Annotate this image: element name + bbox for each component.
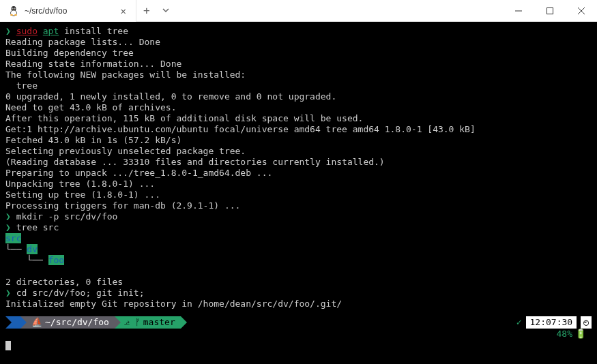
terminal-line: 0 upgraded, 1 newly installed, 0 to remo… [5, 91, 592, 102]
check-icon: ✓ [516, 317, 522, 328]
svg-point-7 [14, 14, 17, 16]
maximize-button[interactable] [534, 0, 566, 22]
terminal-line [5, 266, 592, 277]
terminal-line: ❯ sudo apt install tree [5, 26, 592, 37]
terminal-line: └── foo [5, 255, 592, 266]
svg-point-6 [10, 14, 13, 16]
status-path: ~/src/dv/foo [45, 317, 109, 328]
terminal-line: Get:1 http://archive.ubuntu.com/ubuntu f… [5, 124, 592, 135]
terminal-line: tree [5, 80, 592, 91]
terminal-line: Building dependency tree [5, 48, 592, 59]
terminal-tab[interactable]: ~/src/dv/foo ✕ [0, 0, 136, 22]
prompt-line [5, 339, 592, 350]
status-clock: 12:07:30 [526, 316, 577, 329]
terminal-line: src [5, 233, 592, 244]
terminal-line: Reading package lists... Done [5, 37, 592, 48]
terminal-line: Preparing to unpack .../tree_1.8.0-1_amd… [5, 168, 592, 179]
terminal-line: Setting up tree (1.8.0-1) ... [5, 189, 592, 200]
status-seg-path: ⛵ ~/src/dv/foo [20, 316, 115, 329]
battery-percent: 48% [557, 329, 572, 339]
window-controls [503, 0, 597, 22]
new-tab-button[interactable]: + [136, 4, 157, 17]
powerline-status: ⛵ ~/src/dv/foo ⎇ ᚠ master ✓ 12:07:30 ◴ [5, 316, 592, 329]
terminal-line: Fetched 43.0 kB in 1s (57.2 kB/s) [5, 135, 592, 146]
terminal-line: The following NEW packages will be insta… [5, 70, 592, 80]
close-tab-button[interactable]: ✕ [119, 5, 128, 16]
title-bar: ~/src/dv/foo ✕ + [0, 0, 597, 22]
terminal-line: Processing triggers for man-db (2.9.1-1)… [5, 200, 592, 211]
status-seg-branch: ⎇ ᚠ master [115, 316, 181, 329]
terminal-content[interactable]: ❯ sudo apt install treeReading package l… [0, 22, 597, 364]
svg-point-4 [12, 8, 13, 9]
tux-icon [8, 5, 19, 16]
terminal-line: (Reading database ... 33310 files and di… [5, 157, 592, 168]
terminal-line: After this operation, 115 kB of addition… [5, 113, 592, 124]
terminal-line: Initialized empty Git repository in /hom… [5, 299, 592, 309]
status-branch: master [143, 317, 175, 328]
status-seg-end-arrow [181, 316, 187, 329]
svg-point-5 [14, 8, 15, 9]
terminal-line: Reading state information... Done [5, 59, 592, 70]
svg-rect-9 [547, 7, 553, 14]
status-seg-shell [5, 316, 20, 329]
terminal-line: ❯ tree src [5, 222, 592, 233]
terminal-line: ❯ mkdir -p src/dv/foo [5, 211, 592, 222]
terminal-line: ❯ cd src/dv/foo; git init; [5, 288, 592, 299]
close-window-button[interactable] [566, 0, 597, 22]
terminal-line: └── dv [5, 244, 592, 255]
terminal-line: Selecting previously unselected package … [5, 146, 592, 157]
terminal-line: 2 directories, 0 files [5, 277, 592, 288]
tab-dropdown-button[interactable] [157, 6, 175, 16]
battery-status: 48% 🔋 [5, 329, 592, 339]
terminal-line: Need to get 43.0 kB of archives. [5, 102, 592, 113]
cursor [5, 341, 11, 350]
battery-icon: 🔋 [575, 329, 586, 339]
wsl-icon: ⛵ [31, 317, 42, 328]
terminal-line: Unpacking tree (1.8.0-1) ... [5, 179, 592, 189]
branch-icon: ⎇ ᚠ [124, 317, 141, 328]
tab-title: ~/src/dv/foo [25, 6, 67, 16]
minimize-button[interactable] [503, 0, 534, 22]
clock-icon: ◴ [581, 316, 592, 329]
